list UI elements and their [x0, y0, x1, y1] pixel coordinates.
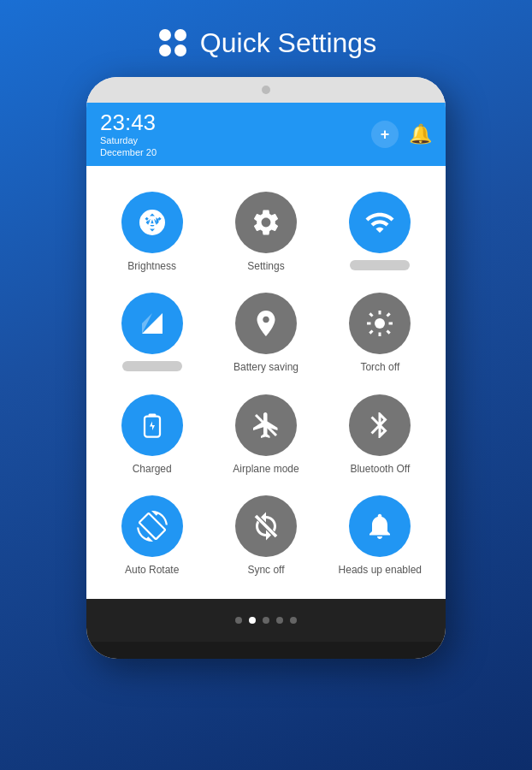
headsup-bell-icon	[364, 511, 395, 542]
airplane-icon-circle	[235, 394, 297, 456]
status-bar: 23:43 Saturday December 20 + 🔔	[86, 103, 446, 166]
data-label-blurred	[122, 361, 182, 371]
nav-dot-3	[263, 617, 269, 624]
nav-dot-1	[235, 617, 242, 624]
add-button[interactable]: +	[371, 121, 399, 148]
rotate-icon-circle	[121, 495, 183, 557]
qs-item-settings[interactable]: Settings	[209, 180, 322, 281]
sync-off-icon	[251, 511, 281, 542]
app-logo-icon	[156, 26, 190, 60]
battery-saving-label: Battery saving	[233, 361, 299, 373]
location-icon	[251, 308, 281, 339]
signal-icon-circle	[121, 293, 183, 354]
nav-dot-2	[249, 617, 256, 624]
bluetooth-label: Bluetooth Off	[350, 463, 410, 475]
headsup-label: Heads up enabled	[339, 564, 422, 576]
status-date-day: Saturday	[100, 135, 157, 145]
airplane-mode-icon	[251, 410, 281, 441]
qs-item-sync[interactable]: Sync off	[209, 483, 322, 584]
phone-top-bar	[86, 77, 446, 103]
settings-label: Settings	[247, 260, 284, 272]
charged-icon-circle	[121, 394, 183, 456]
phone-chin	[86, 642, 446, 659]
battery-icon	[137, 410, 168, 441]
qs-item-rotate[interactable]: Auto Rotate	[95, 483, 209, 584]
phone-camera	[262, 86, 270, 94]
qs-item-battery-saving[interactable]: Battery saving	[209, 281, 322, 382]
brightness-label: Brightness	[127, 260, 176, 272]
app-header: Quick Settings	[156, 26, 376, 60]
bell-icon[interactable]: 🔔	[409, 123, 432, 145]
phone-frame: 23:43 Saturday December 20 + 🔔 A Brightn…	[86, 77, 446, 659]
qs-item-airplane[interactable]: Airplane mode	[209, 382, 322, 483]
status-icons: + 🔔	[371, 121, 432, 148]
wifi-label-blurred	[350, 260, 410, 270]
svg-line-9	[387, 331, 390, 334]
status-time-group: 23:43 Saturday December 20	[100, 111, 157, 157]
airplane-label: Airplane mode	[233, 463, 299, 475]
settings-icon-circle	[235, 192, 297, 253]
brightness-icon: A	[137, 207, 168, 238]
svg-line-8	[370, 314, 373, 317]
status-time: 23:43	[100, 111, 157, 133]
charged-label: Charged	[133, 463, 172, 475]
qs-item-bluetooth[interactable]: Bluetooth Off	[323, 382, 437, 483]
svg-point-3	[375, 318, 385, 329]
nav-dot-4	[276, 617, 283, 624]
svg-text:A: A	[147, 215, 157, 230]
page-title: Quick Settings	[200, 27, 376, 59]
headsup-icon-circle	[349, 495, 411, 557]
qs-item-brightness[interactable]: A Brightness	[95, 180, 209, 281]
qs-item-charged[interactable]: Charged	[95, 382, 209, 483]
torch-icon	[364, 308, 395, 339]
nav-dot-5	[290, 617, 297, 624]
status-date-date: December 20	[100, 147, 157, 157]
sync-label: Sync off	[247, 564, 284, 576]
phone-nav-bar	[86, 599, 446, 642]
signal-icon	[137, 308, 168, 339]
brightness-icon-circle: A	[121, 192, 183, 253]
settings-gear-icon	[251, 207, 281, 238]
svg-line-10	[387, 314, 390, 317]
add-icon: +	[381, 126, 390, 144]
quick-settings-grid: A Brightness Settings	[86, 166, 446, 599]
torch-label: Torch off	[360, 361, 399, 373]
torch-icon-circle	[349, 293, 411, 354]
wifi-icon-circle	[349, 192, 411, 253]
rotate-icon	[137, 511, 168, 542]
qs-item-torch[interactable]: Torch off	[323, 281, 437, 382]
qs-item-headsup[interactable]: Heads up enabled	[323, 483, 437, 584]
qs-item-wifi[interactable]	[323, 180, 437, 281]
qs-item-data[interactable]	[95, 281, 209, 382]
svg-rect-13	[148, 413, 156, 416]
bluetooth-icon	[364, 410, 395, 441]
battery-saving-icon-circle	[235, 293, 297, 354]
wifi-icon	[364, 207, 395, 238]
sync-icon-circle	[235, 495, 297, 557]
svg-line-11	[370, 331, 373, 334]
bluetooth-icon-circle	[349, 394, 411, 456]
rotate-label: Auto Rotate	[125, 564, 179, 576]
